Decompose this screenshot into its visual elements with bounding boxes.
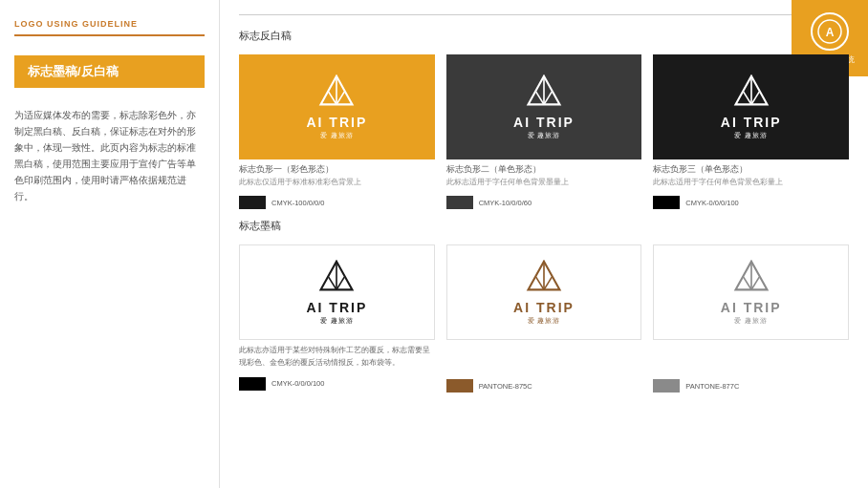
color-label-6: PANTONE-877C: [685, 382, 739, 391]
logo-card-sub-1: 此标志仅适用于标准标准彩色背景上: [239, 178, 435, 187]
sidebar: LOGO USING GUIDELINE 标志墨稿/反白稿 为适应媒体发布的需要…: [0, 0, 220, 488]
section2-title: 标志墨稿: [239, 219, 849, 233]
logo-card-white-gray: AI TRIP 爱 趣旅游 PANTONE-877C: [653, 244, 849, 393]
logo-card-darkgray: AI TRIP 爱 趣旅游 标志负形二（单色形态） 此标志适用于字任何单色背景墨…: [446, 54, 642, 209]
svg-text:A: A: [826, 26, 835, 39]
brand-sub-3: 爱 趣旅游: [734, 131, 768, 140]
color-label-2: CMYK-10/0/0/60: [479, 199, 532, 207]
brand-sub-6: 爱 趣旅游: [734, 316, 768, 326]
color-chip-gray: [653, 379, 680, 393]
svg-line-24: [751, 277, 759, 289]
logo-card-sub-2: 此标志适用于字任何单色背景墨量上: [446, 178, 642, 187]
svg-line-12: [751, 92, 759, 104]
ai-trip-logo-white-black: AI TRIP 爱 趣旅游: [721, 74, 782, 140]
bottom-logo-box-2: AI TRIP 爱 趣旅游: [446, 244, 642, 340]
logo-card-sub-3: 此标志适用于字任何单色背景色彩量上: [653, 178, 849, 187]
color-chip-black-4: [239, 377, 266, 391]
sidebar-badge: 标志墨稿/反白稿: [14, 55, 205, 88]
svg-line-19: [536, 277, 544, 289]
brand-name-6: AI TRIP: [721, 300, 782, 315]
svg-line-4: [336, 92, 344, 104]
section2-desc-1: 此标志亦适用于某些对特殊制作工艺的覆反，标志需要呈现彩色、金色彩的覆反活动情报反…: [239, 345, 435, 370]
logo-row-2: AI TRIP 爱 趣旅游 此标志亦适用于某些对特殊制作工艺的覆反，标志需要呈现…: [239, 244, 849, 393]
brand-sub-1: 爱 趣旅游: [320, 131, 354, 140]
svg-line-8: [544, 92, 552, 104]
sidebar-title: LOGO USING GUIDELINE: [14, 19, 205, 36]
ai-trip-logo-white-orange: AI TRIP 爱 趣旅游: [306, 74, 367, 140]
brand-sub-5: 爱 趣旅游: [528, 316, 561, 326]
ai-trip-logo-black: AI TRIP 爱 趣旅游: [306, 260, 367, 326]
brand-name-4: AI TRIP: [306, 300, 367, 315]
color-chip-row-3: CMYK-0/0/0/100: [653, 196, 849, 209]
svg-line-3: [329, 92, 336, 104]
logo-row-1: AI TRIP 爱 趣旅游 标志负形一（彩色形态） 此标志仅适用于标准标准彩色背…: [239, 54, 849, 209]
ai-trip-logo-gray: AI TRIP 爱 趣旅游: [721, 260, 782, 326]
color-label-1: CMYK-100/0/0/0: [271, 199, 324, 207]
logo-card-orange: AI TRIP 爱 趣旅游 标志负形一（彩色形态） 此标志仅适用于标准标准彩色背…: [239, 54, 435, 209]
svg-line-7: [536, 92, 544, 104]
brand-name-2: AI TRIP: [513, 115, 575, 130]
color-label-3: CMYK-0/0/0/100: [685, 199, 738, 207]
brand-name-1: AI TRIP: [306, 115, 367, 130]
color-chip-row-5: PANTONE-875C: [446, 379, 642, 393]
ai-trip-logo-brown: AI TRIP 爱 趣旅游: [513, 260, 575, 326]
color-label-5: PANTONE-875C: [479, 382, 532, 391]
color-chip-row-6: PANTONE-877C: [653, 379, 849, 393]
color-chip-row-4: CMYK-0/0/0/100: [239, 377, 435, 391]
brand-sub-4: 爱 趣旅游: [320, 316, 354, 326]
desc-spacer-3: [653, 340, 849, 376]
svg-line-20: [544, 277, 552, 289]
color-chip-black-3: [653, 196, 680, 209]
color-chip-black-1: [239, 196, 266, 209]
logo-card-name-2: 标志负形二（单色形态）: [446, 164, 642, 176]
color-chip-brown: [446, 379, 473, 393]
sidebar-description: 为适应媒体发布的需要，标志除彩色外，亦制定黑白稿、反白稿，保证标志在对外的形象中…: [14, 107, 205, 205]
svg-line-23: [743, 277, 750, 289]
logo-card-name-1: 标志负形一（彩色形态）: [239, 164, 435, 176]
section1-title: 标志反白稿: [239, 29, 849, 43]
brand-name-3: AI TRIP: [721, 115, 782, 130]
bottom-logo-box-3: AI TRIP 爱 趣旅游: [653, 244, 849, 340]
bottom-logo-box-1: AI TRIP 爱 趣旅游: [239, 244, 435, 340]
svg-line-16: [336, 277, 344, 289]
top-divider: [239, 14, 849, 15]
color-label-4: CMYK-0/0/0/100: [271, 379, 324, 388]
logo-card-white-brown: AI TRIP 爱 趣旅游 PANTONE-875C: [446, 244, 642, 393]
ai-trip-logo-white-dark: AI TRIP 爱 趣旅游: [513, 74, 575, 140]
color-chip-row-2: CMYK-10/0/0/60: [446, 196, 642, 209]
desc-spacer-2: [446, 340, 642, 376]
brand-sub-2: 爱 趣旅游: [528, 131, 561, 140]
color-chip-darkgray: [446, 196, 473, 209]
badge-circle-icon: A: [811, 12, 849, 51]
logo-card-name-3: 标志负形三（单色形态）: [653, 164, 849, 176]
brand-name-5: AI TRIP: [513, 300, 575, 315]
color-chip-row-1: CMYK-100/0/0/0: [239, 196, 435, 209]
logo-box-black: AI TRIP 爱 趣旅游: [653, 54, 849, 159]
svg-line-15: [329, 277, 336, 289]
logo-card-black: AI TRIP 爱 趣旅游 标志负形三（单色形态） 此标志适用于字任何单色背景色…: [653, 54, 849, 209]
logo-card-white-black: AI TRIP 爱 趣旅游 此标志亦适用于某些对特殊制作工艺的覆反，标志需要呈现…: [239, 244, 435, 393]
main-content: A 基础设计系统 标志反白稿 AI TRIP 爱 趣旅游: [220, 0, 868, 488]
logo-box-darkgray: AI TRIP 爱 趣旅游: [446, 54, 642, 159]
logo-box-orange: AI TRIP 爱 趣旅游: [239, 54, 435, 159]
svg-line-11: [743, 92, 750, 104]
